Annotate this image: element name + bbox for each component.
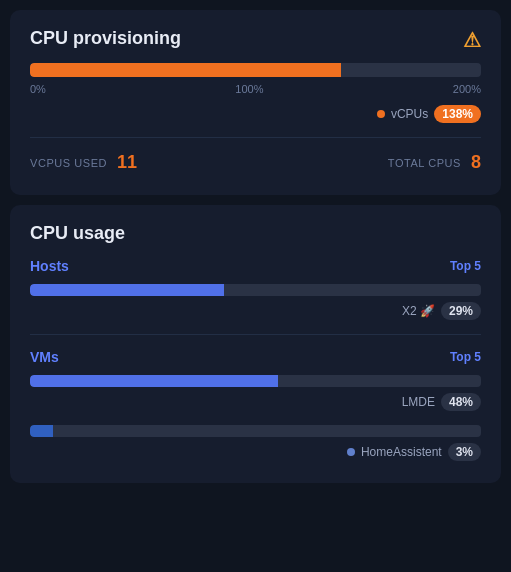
vcpu-dot (377, 110, 385, 118)
title-text: CPU provisioning (30, 28, 181, 48)
section-divider (30, 334, 481, 335)
vms-ha-label-row: HomeAssistent 3% (30, 443, 481, 461)
stats-row: VCPUS USED 11 TOTAL CPUS 8 (30, 137, 481, 173)
progress-labels: 0% 100% 200% (30, 83, 481, 95)
vms-progress-track (30, 375, 481, 387)
hosts-item-badge: 29% (441, 302, 481, 320)
cpu-usage-title: CPU usage (30, 223, 481, 244)
label-zero: 0% (30, 83, 46, 95)
vcpu-badge-row: vCPUs 138% (30, 105, 481, 123)
hosts-item-label: X2 🚀 (402, 304, 435, 318)
hosts-progress-fill (30, 284, 224, 296)
vms-ha-badge: 3% (448, 443, 481, 461)
hosts-bar-row (30, 284, 481, 296)
vms-ha-track (30, 425, 481, 437)
hosts-progress-track (30, 284, 481, 296)
cpu-provisioning-card: CPU provisioning ⚠ 0% 100% 200% vCPUs 13… (10, 10, 501, 195)
label-two-hundred: 200% (453, 83, 481, 95)
vcpus-used-value: 11 (117, 152, 137, 173)
warning-icon: ⚠ (463, 28, 481, 52)
vcpus-used-label: VCPUS USED (30, 157, 107, 169)
vms-lmde-label: LMDE (402, 395, 435, 409)
vms-ha-fill (30, 425, 53, 437)
hosts-section-header: Hosts Top 5 (30, 258, 481, 274)
vms-bar-row (30, 375, 481, 387)
vms-section-header: VMs Top 5 (30, 349, 481, 365)
provisioning-progress-container (30, 63, 481, 77)
label-hundred: 100% (235, 83, 263, 95)
vcpu-badge: 138% (434, 105, 481, 123)
total-cpus-value: 8 (471, 152, 481, 173)
total-cpus-label: TOTAL CPUS (388, 157, 461, 169)
vms-lmde-label-row: LMDE 48% (30, 393, 481, 411)
cpu-usage-card: CPU usage Hosts Top 5 X2 🚀 29% VMs Top 5… (10, 205, 501, 483)
vms-ha-label: HomeAssistent (361, 445, 442, 459)
total-cpus-block: TOTAL CPUS 8 (388, 152, 481, 173)
provisioning-progress-fill (30, 63, 341, 77)
vcpu-label: vCPUs (391, 107, 428, 121)
vms-ha-bar-row (30, 425, 481, 437)
hosts-label-row: X2 🚀 29% (30, 302, 481, 320)
vms-top-badge: Top 5 (450, 350, 481, 364)
vms-lmde-badge: 48% (441, 393, 481, 411)
ha-dot (347, 448, 355, 456)
hosts-label: Hosts (30, 258, 69, 274)
provisioning-progress-track (30, 63, 481, 77)
vcpus-used-block: VCPUS USED 11 (30, 152, 137, 173)
hosts-top-badge: Top 5 (450, 259, 481, 273)
cpu-provisioning-title: CPU provisioning ⚠ (30, 28, 481, 49)
vms-progress-fill (30, 375, 278, 387)
vms-label: VMs (30, 349, 59, 365)
